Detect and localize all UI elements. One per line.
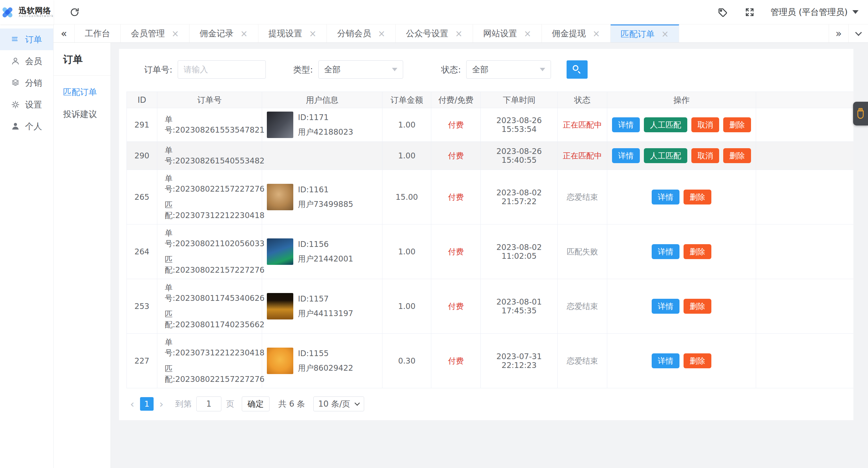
chevron-down-icon [852,10,859,14]
floating-tool-button[interactable] [853,102,868,125]
cell-order-time: 2023-08-26 15:40:55 [480,142,557,170]
status-label: 状态: [441,64,461,75]
tab-website-settings[interactable]: 网站设置× [473,24,542,42]
action-buttons: 详情人工匹配取消删除 [611,148,752,163]
delete-button[interactable]: 删除 [723,117,751,132]
tab-workbench[interactable]: 工作台 [75,24,121,42]
sidebar-item-members[interactable]: 会员 [0,50,53,72]
page-1-button[interactable]: 1 [140,397,154,411]
delete-button[interactable]: 删除 [723,148,751,163]
detail-button[interactable]: 详情 [612,148,640,163]
pagination-bar: ‹ 1 › 到第 页 确定 共 6 条 10 条/页 [126,396,853,411]
chevron-down-icon [354,401,360,406]
tab-close-icon[interactable]: × [240,29,248,38]
submenu-item-match-orders[interactable]: 匹配订单 [54,76,111,98]
manual-match-button[interactable]: 人工匹配 [644,148,687,163]
fullscreen-button[interactable] [742,5,757,20]
tab-close-icon[interactable]: × [309,29,317,38]
cancel-button[interactable]: 取消 [691,148,719,163]
detail-button[interactable]: 详情 [652,244,679,259]
cell-user-info: ID:1155用户86029422 [262,334,382,388]
status-badge: 正在匹配中 [563,151,602,160]
cell-filler [756,170,853,225]
order-no-lines: 单号:202308011745340626匹配:2023080117402356… [165,282,258,330]
select-caret-icon [392,68,397,71]
prev-page-button[interactable]: ‹ [126,398,138,410]
sidebar-item-distribution[interactable]: 分销 [0,72,53,94]
goto-page-input[interactable] [196,396,221,411]
type-label: 类型: [293,64,313,75]
submenu-title: 订单 [54,43,111,75]
tabs-dropdown-button[interactable] [848,24,868,42]
per-page-select[interactable]: 10 条/页 [313,396,364,411]
type-select[interactable]: 全部 [318,60,403,79]
tabs-collapse-button[interactable]: « [54,24,75,42]
sidebar-item-label: 会员 [25,56,42,67]
orders-submenu-panel: 订单 匹配订单投诉建议 [54,43,111,468]
sidebar-item-profile[interactable]: 个人 [0,115,53,137]
goto-confirm-button[interactable]: 确定 [242,396,270,411]
cell-order-time: 2023-08-26 15:53:54 [480,108,557,142]
sidebar-item-settings[interactable]: 设置 [0,94,53,115]
tab-close-icon[interactable]: × [593,29,600,38]
refresh-button[interactable] [67,5,82,20]
cell-actions: 详情删除 [607,225,756,279]
detail-button[interactable]: 详情 [652,190,679,204]
tab-close-icon[interactable]: × [524,29,531,38]
user-avatar-garfield-cartoon [267,348,293,374]
tag-button[interactable] [715,5,730,20]
admin-menu[interactable]: 管理员 (平台管理员) [771,6,859,18]
status-badge: 恋爱结束 [567,302,598,311]
pay-type-badge: 付费 [448,193,463,201]
order-no-input[interactable] [178,60,266,79]
tab-commission-records[interactable]: 佣金记录× [190,24,258,42]
tab-member-management[interactable]: 会员管理× [121,24,190,42]
tab-commission-withdraw[interactable]: 佣金提现× [542,24,611,42]
detail-button[interactable]: 详情 [652,299,679,314]
sidebar-item-orders[interactable]: 订单 [0,28,53,50]
column-header: 用户信息 [262,92,382,108]
tab-distribution-members[interactable]: 分销会员× [327,24,396,42]
status-select-value: 全部 [472,64,488,75]
detail-button[interactable]: 详情 [612,117,640,132]
order-no-line: 单号:202308022157227276 [165,173,258,194]
cancel-button[interactable]: 取消 [691,117,719,132]
cell-filler [756,334,853,388]
tab-close-icon[interactable]: × [378,29,385,38]
tab-close-icon[interactable]: × [172,29,179,38]
search-button[interactable] [567,60,588,79]
cell-status: 正在匹配中 [558,108,607,142]
detail-button[interactable]: 详情 [652,353,679,368]
tab-close-icon[interactable]: × [662,30,669,38]
status-select[interactable]: 全部 [466,60,551,79]
order-no-lines: 单号:202308022157227276匹配:2023073122122304… [165,173,258,221]
tab-close-icon[interactable]: × [455,29,462,38]
goto-label: 到第 [175,398,192,409]
table-row: 264单号:202308021102056033匹配:2023080221572… [127,225,854,279]
user-meta: ID:1156用户21442001 [293,238,353,265]
manual-match-button[interactable]: 人工匹配 [644,117,687,132]
tab-withdraw-settings[interactable]: 提现设置× [258,24,327,42]
page-unit-label: 页 [226,398,234,409]
tab-label: 分销会员 [337,28,371,39]
delete-button[interactable]: 删除 [684,244,711,259]
delete-button[interactable]: 删除 [684,190,711,204]
cell-amount: 1.00 [382,225,431,279]
person-icon [11,122,20,131]
tab-match-orders[interactable]: 匹配订单× [611,24,679,42]
cell-actions: 详情删除 [607,334,756,388]
brand-name: 迅软网络 [19,6,54,15]
user-info: ID:1161用户73499885 [267,184,378,210]
next-page-button[interactable]: › [156,398,167,410]
submenu-item-complaints[interactable]: 投诉建议 [54,98,111,120]
cell-id: 227 [127,334,157,388]
cell-user-info [262,142,382,170]
column-header: 订单号 [157,92,262,108]
tabs-more-button[interactable]: » [829,24,848,42]
tab-official-account-settings[interactable]: 公众号设置× [396,24,473,42]
delete-button[interactable]: 删除 [684,353,711,368]
tab-label: 网站设置 [483,28,517,39]
tool-icon [856,108,865,120]
delete-button[interactable]: 删除 [684,299,711,314]
order-no-lines: 单号:202307312212230418匹配:2023080221572272… [165,337,258,385]
